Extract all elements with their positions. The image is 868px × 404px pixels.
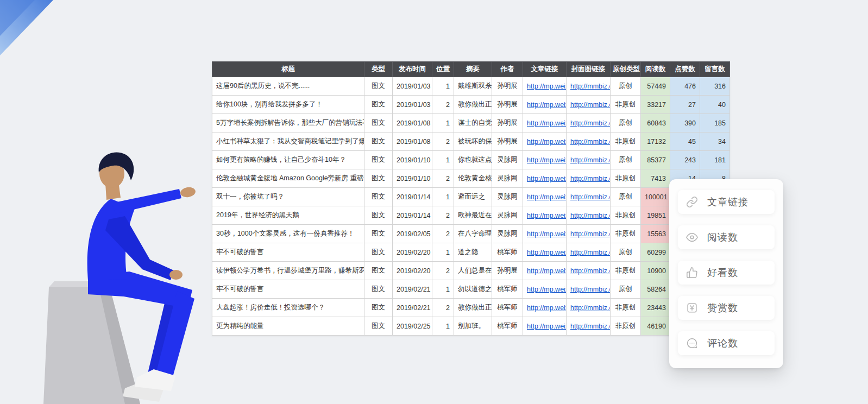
table-row: 30秒，1000个文案灵感，这有一份真香推荐！图文2019/02/052在八字命…	[212, 225, 730, 243]
panel-item-like-count[interactable]: 好看数	[678, 261, 775, 285]
cell-cover-link[interactable]: http://mmbiz.c	[567, 280, 611, 299]
cell-position: 2	[432, 206, 454, 225]
cover-link[interactable]: http://mmbiz.c	[570, 249, 611, 256]
cell-cover-link[interactable]: http://mmbiz.c	[567, 317, 611, 336]
cell-reads: 15563	[641, 225, 670, 243]
cell-date: 2019/01/14	[393, 206, 432, 225]
cell-author: 桃军师	[492, 280, 523, 299]
cell-article-link[interactable]: http://mp.weix	[523, 114, 567, 132]
cell-article-link[interactable]: http://mp.weix	[523, 280, 567, 299]
cell-cover-link[interactable]: http://mmbiz.c	[567, 96, 611, 114]
cell-cover-link[interactable]: http://mmbiz.c	[567, 243, 611, 262]
cell-article-link[interactable]: http://mp.weix	[523, 262, 567, 280]
cell-cover-link[interactable]: http://mmbiz.c	[567, 169, 611, 188]
article-link[interactable]: http://mp.weix	[527, 156, 567, 164]
article-link[interactable]: http://mp.weix	[527, 101, 567, 109]
cell-position: 1	[432, 280, 454, 299]
cell-likes: 476	[670, 77, 700, 96]
cell-article-link[interactable]: http://mp.weix	[523, 188, 567, 206]
cover-link[interactable]: http://mmbiz.c	[570, 156, 611, 164]
cell-article-link[interactable]: http://mp.weix	[523, 77, 567, 96]
cell-article-link[interactable]: http://mp.weix	[523, 151, 567, 169]
cell-cover-link[interactable]: http://mmbiz.c	[567, 77, 611, 96]
cover-link[interactable]: http://mmbiz.c	[570, 101, 611, 109]
table-row: 小红书种草太狠了：我从交智商税笔记里学到了爆款套路图文2019/01/082被玩…	[212, 132, 730, 151]
cell-author: 灵脉网	[492, 151, 523, 169]
panel-item-read-count[interactable]: 阅读数	[678, 225, 775, 249]
cell-original-type: 非原创	[611, 317, 641, 336]
cell-title: 如何更有策略的赚钱，让自己少奋斗10年？	[212, 151, 364, 169]
cell-article-link[interactable]: http://mp.weix	[523, 299, 567, 317]
cell-cover-link[interactable]: http://mmbiz.c	[567, 114, 611, 132]
cell-comments: 185	[700, 114, 730, 132]
panel-item-article-link[interactable]: 文章链接	[678, 190, 775, 214]
article-link[interactable]: http://mp.weix	[527, 323, 567, 330]
cell-article-link[interactable]: http://mp.weix	[523, 206, 567, 225]
cell-title: 大盘起涨！房价走低！投资选哪个？	[212, 299, 364, 317]
article-link[interactable]: http://mp.weix	[527, 83, 567, 90]
cell-cover-link[interactable]: http://mmbiz.c	[567, 206, 611, 225]
cell-author: 孙明展	[492, 114, 523, 132]
cell-article-link[interactable]: http://mp.weix	[523, 317, 567, 336]
cell-author: 孙明展	[492, 132, 523, 151]
cell-date: 2019/02/25	[393, 317, 432, 336]
table-row: 牢不可破的誓言图文2019/02/201道之隐桃军师http://mp.weix…	[212, 243, 730, 262]
cell-cover-link[interactable]: http://mmbiz.c	[567, 299, 611, 317]
article-link[interactable]: http://mp.weix	[527, 212, 567, 219]
cell-comments: 316	[700, 77, 730, 96]
cell-article-link[interactable]: http://mp.weix	[523, 169, 567, 188]
cover-link[interactable]: http://mmbiz.c	[570, 83, 611, 90]
article-link[interactable]: http://mp.weix	[527, 193, 567, 201]
cell-cover-link[interactable]: http://mmbiz.c	[567, 262, 611, 280]
column-header: 留言数	[700, 62, 730, 77]
cell-article-link[interactable]: http://mp.weix	[523, 96, 567, 114]
cell-reads: 100001	[641, 188, 670, 206]
cell-reads: 60843	[641, 114, 670, 132]
cover-link[interactable]: http://mmbiz.c	[570, 212, 611, 219]
article-link[interactable]: http://mp.weix	[527, 230, 567, 238]
cell-cover-link[interactable]: http://mmbiz.c	[567, 151, 611, 169]
cell-type: 图文	[364, 317, 393, 336]
article-link[interactable]: http://mp.weix	[527, 119, 567, 127]
cell-reads: 60299	[641, 243, 670, 262]
cover-link[interactable]: http://mmbiz.c	[570, 230, 611, 238]
cover-link[interactable]: http://mmbiz.c	[570, 304, 611, 312]
cover-link[interactable]: http://mmbiz.c	[570, 193, 611, 201]
cover-link[interactable]: http://mmbiz.c	[570, 138, 611, 146]
article-link[interactable]: http://mp.weix	[527, 286, 567, 293]
article-link[interactable]: http://mp.weix	[527, 304, 567, 312]
cover-link[interactable]: http://mmbiz.c	[570, 267, 611, 275]
panel-item-label: 阅读数	[707, 231, 738, 244]
cell-title: 5万字增长案例拆解告诉你，那些大厂的营销玩法不过如此	[212, 114, 364, 132]
article-link[interactable]: http://mp.weix	[527, 249, 567, 256]
cell-article-link[interactable]: http://mp.weix	[523, 243, 567, 262]
cell-article-link[interactable]: http://mp.weix	[523, 225, 567, 243]
cell-summary: 教你做出正确	[454, 96, 492, 114]
cell-position: 2	[432, 299, 454, 317]
cell-article-link[interactable]: http://mp.weix	[523, 132, 567, 151]
panel-item-comment-count[interactable]: 评论数	[678, 331, 775, 355]
cover-link[interactable]: http://mmbiz.c	[570, 286, 611, 293]
cover-link[interactable]: http://mmbiz.c	[570, 175, 611, 182]
cover-link[interactable]: http://mmbiz.c	[570, 119, 611, 127]
table-row: 更为精纯的能量图文2019/02/251别加班。桃军师http://mp.wei…	[212, 317, 730, 336]
comment-icon	[685, 337, 699, 350]
article-link[interactable]: http://mp.weix	[527, 175, 567, 182]
cell-date: 2019/02/21	[393, 280, 432, 299]
cell-cover-link[interactable]: http://mmbiz.c	[567, 132, 611, 151]
cell-original-type: 原创	[611, 243, 641, 262]
panel-item-reward-count[interactable]: 赞赏数	[678, 296, 775, 320]
cell-author: 桃军师	[492, 243, 523, 262]
cell-date: 2019/02/20	[393, 262, 432, 280]
article-link[interactable]: http://mp.weix	[527, 138, 567, 146]
cell-position: 2	[432, 225, 454, 243]
cell-date: 2019/02/20	[393, 243, 432, 262]
article-link[interactable]: http://mp.weix	[527, 267, 567, 275]
cover-link[interactable]: http://mmbiz.c	[570, 323, 611, 330]
table-row: 伦敦金融城黄金腹地 Amazon Google旁新房 重磅发售图文2019/01…	[212, 169, 730, 188]
cell-cover-link[interactable]: http://mmbiz.c	[567, 225, 611, 243]
cell-reads: 23443	[641, 299, 670, 317]
cell-title: 伦敦金融城黄金腹地 Amazon Google旁新房 重磅发售	[212, 169, 364, 188]
cell-cover-link[interactable]: http://mmbiz.c	[567, 188, 611, 206]
cell-type: 图文	[364, 243, 393, 262]
